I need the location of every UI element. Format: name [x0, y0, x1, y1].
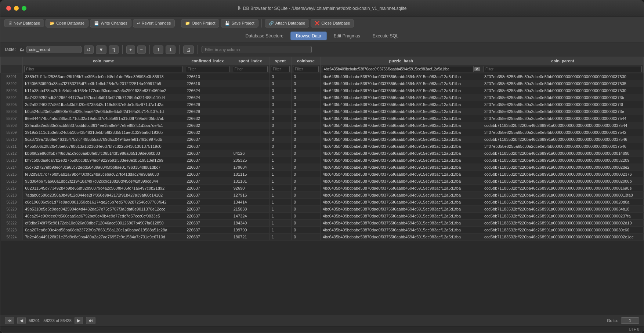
- spent-index-cell[interactable]: 147324: [231, 213, 269, 220]
- spent-index-cell[interactable]: 181115: [231, 171, 269, 178]
- rownum-cell[interactable]: 58216: [1, 178, 23, 185]
- coin-name-cell[interactable]: fe32d9afc7c776fbf5ab1a79bc4f0c0fc24ba3ce…: [23, 171, 184, 178]
- coinbase-cell[interactable]: 0: [292, 234, 321, 241]
- confirmed-index-cell[interactable]: 226610: [184, 73, 231, 80]
- spent-index-cell[interactable]: [231, 94, 269, 101]
- confirmed-index-cell[interactable]: 226632: [184, 122, 231, 129]
- rownum-cell[interactable]: 58222: [1, 220, 23, 227]
- coin-parent-cell[interactable]: 3ff07eb358e8255a65c30a2dce0e5fbb00000000…: [482, 129, 643, 136]
- spent-cell[interactable]: 0: [269, 143, 291, 150]
- filter-button[interactable]: ▼: [96, 45, 106, 54]
- coinbase-cell[interactable]: 0: [292, 206, 321, 213]
- spent-cell[interactable]: 1: [269, 171, 291, 178]
- next-page-button[interactable]: ▶: [75, 317, 83, 324]
- puzzle-hash-cell[interactable]: 4bc6435b409bcbabe53870dae0f03755f6aabb45…: [320, 213, 482, 220]
- spent-index-cell[interactable]: [231, 129, 269, 136]
- confirmed-index-cell[interactable]: 226637: [184, 192, 231, 199]
- filter-coinbase[interactable]: [292, 65, 321, 73]
- spent-index-cell[interactable]: [231, 87, 269, 94]
- rownum-cell[interactable]: 58215: [1, 171, 23, 178]
- table-row[interactable]: 582247b2e46a449128lf21e25d9c8c9ba489a2a2…: [1, 234, 644, 241]
- revert-changes-button[interactable]: ↩ Revert Changes: [133, 19, 175, 28]
- coin-parent-cell[interactable]: 3ff07eb358e8255a65c30a2dce0e5fbb00000000…: [482, 108, 643, 115]
- puzzle-hash-cell[interactable]: 4bc6435b409bcbabe53870dae0f03755f6aabb45…: [320, 234, 482, 241]
- coin-name-cell[interactable]: 49b5310e5e5c9dec0425904d4d4432da57e75c57…: [23, 206, 184, 213]
- puzzle-hash-cell[interactable]: 4bc6435b409bcbabe53870dae0f03755f6aabb45…: [320, 143, 482, 150]
- puzzle-hash-cell[interactable]: 4bc6435b409bcbabe53870dae0f03755f6aabb45…: [320, 220, 482, 227]
- confirmed-index-cell[interactable]: 226629: [184, 108, 231, 115]
- confirmed-index-cell[interactable]: 226637: [184, 157, 231, 164]
- spent-index-cell[interactable]: [231, 115, 269, 122]
- rownum-cell[interactable]: 58214: [1, 164, 23, 171]
- confirmed-index-cell[interactable]: 226637: [184, 199, 231, 206]
- table-row[interactable]: 582093919a2111c1b3e8b24dbb1054354831de5b…: [1, 129, 644, 136]
- coin-name-cell[interactable]: 93d084b675a660a1dbc2f219418af497c02cc9c1…: [23, 178, 184, 185]
- spent-cell[interactable]: 1: [269, 199, 291, 206]
- coin-name-cell[interactable]: 9ca3739a7186fed463154752lc4495655a8789df…: [23, 136, 184, 143]
- table-row[interactable]: 5820832facdfa2ed533e2acb58837aabfdbc3614…: [1, 122, 644, 129]
- puzzle-hash-cell[interactable]: 4bc6435b409bcbabe53870dae0f03755f6aabb45…: [320, 164, 482, 171]
- spent-index-cell[interactable]: 179684: [231, 164, 269, 171]
- spent-index-cell[interactable]: 199790: [231, 227, 269, 234]
- puzzle-hash-cell[interactable]: 4bc6435b409bcbabe53870dae0f03755f6aabb45…: [320, 136, 482, 143]
- coin-parent-cell[interactable]: ccd5bb71183532bff220ba46c268991a00000000…: [482, 150, 643, 157]
- coin-parent-cell[interactable]: 3ff07eb358e8255a65c30a2dce0e5fbb00000000…: [482, 101, 643, 108]
- close-button[interactable]: [6, 6, 11, 11]
- rownum-cell[interactable]: 58218: [1, 192, 23, 199]
- coinbase-cell[interactable]: 0: [292, 192, 321, 199]
- rownum-cell[interactable]: 58224: [1, 234, 23, 241]
- spent-index-cell[interactable]: 127916: [231, 192, 269, 199]
- coinbase-cell[interactable]: 0: [292, 87, 321, 94]
- filter-coin-parent[interactable]: [482, 65, 643, 73]
- coin-name-cell[interactable]: b0c524dc20e0ca6690fe75c829cfead642e06dc6…: [23, 108, 184, 115]
- coin-parent-cell[interactable]: ccd5bb71183532bff220ba46c268991a00000000…: [482, 178, 643, 185]
- puzzle-hash-cell[interactable]: 4bc6435b409bcbabe53870dae0f03755f6aabb45…: [320, 87, 482, 94]
- coin-parent-cell[interactable]: ccd5bb71183532bff220ba46c268991a00000000…: [482, 199, 643, 206]
- confirmed-index-cell[interactable]: 226632: [184, 129, 231, 136]
- confirmed-index-cell[interactable]: 226637: [184, 150, 231, 157]
- coin-name-cell[interactable]: 7b2e46a449128lf21e25d9c8c9ba489a2a27ad76…: [23, 234, 184, 241]
- rownum-cell[interactable]: 58210: [1, 136, 23, 143]
- filter-coin-name[interactable]: [23, 65, 184, 73]
- spent-cell[interactable]: 0: [269, 129, 291, 136]
- filter-coinbase-input[interactable]: [293, 66, 319, 72]
- table-row[interactable]: 5822049b5310e5e5c9dec0425904d4d4432da57e…: [1, 206, 644, 213]
- save-project-button[interactable]: 💾 Save Project: [221, 19, 258, 28]
- coin-parent-cell[interactable]: 3ff07eb358e8255a65c30a2dce0e5fbb00000000…: [482, 87, 643, 94]
- rownum-cell[interactable]: 58205: [1, 101, 23, 108]
- spent-index-cell[interactable]: 215838: [231, 206, 269, 213]
- confirmed-index-cell[interactable]: 226637: [184, 227, 231, 234]
- coin-parent-cell[interactable]: ccd5bb71183532bff220ba46c268991a00000000…: [482, 206, 643, 213]
- coin-name-cell[interactable]: bff7c508daafcaf7b2e027b5d8bc0b594ed49229…: [23, 157, 184, 164]
- spent-index-cell[interactable]: [231, 73, 269, 80]
- coin-parent-cell[interactable]: 3ff07eb358e8255a65c30a2dce0e5fbb00000000…: [482, 115, 643, 122]
- confirmed-index-cell[interactable]: 226637: [184, 143, 231, 150]
- table-row[interactable]: 58222ef3dba749f7f5c98172ab10e026a03dbe71…: [1, 220, 644, 227]
- spent-cell[interactable]: 0: [269, 94, 291, 101]
- coinbase-cell[interactable]: 0: [292, 178, 321, 185]
- rownum-cell[interactable]: 58202: [1, 80, 23, 87]
- coinbase-cell[interactable]: 0: [292, 122, 321, 129]
- rownum-cell[interactable]: 58206: [1, 108, 23, 115]
- coin-name-cell[interactable]: ff6e844474bc4a5d289ad171dc32a19a5d37c4c8…: [23, 115, 184, 122]
- coin-parent-cell[interactable]: ccd5bb71183532bff220ba46c268991a00000000…: [482, 220, 643, 227]
- confirmed-index-cell[interactable]: 226637: [184, 178, 231, 185]
- coinbase-cell[interactable]: 0: [292, 143, 321, 150]
- table-row[interactable]: 5821693d084b675a660a1dbc2f219418af497c02…: [1, 178, 644, 185]
- table-row[interactable]: 582116455f506c2f82f5435e86760613a16236d4…: [1, 143, 644, 150]
- spent-cell[interactable]: 0: [269, 115, 291, 122]
- spent-index-cell[interactable]: [231, 80, 269, 87]
- spent-cell[interactable]: 1: [269, 157, 291, 164]
- puzzle-hash-cell[interactable]: 4bc6435b409bcbabe53870dae0f03755f6aabb45…: [320, 185, 482, 192]
- spent-index-cell[interactable]: [231, 108, 269, 115]
- coin-parent-cell[interactable]: ccd5bb71183532bff220ba46c268991a00000000…: [482, 171, 643, 178]
- coin-name-cell[interactable]: 338947d11af25363aee28f198b7be395cde0cd48…: [23, 73, 184, 80]
- table-row[interactable]: 5822146ca294e96fdee0fd560caa9ad6792bef8c…: [1, 213, 644, 220]
- tab-database-structure[interactable]: Database Structure: [240, 32, 289, 40]
- spent-cell[interactable]: 0: [269, 73, 291, 80]
- spent-cell[interactable]: 1: [269, 220, 291, 227]
- rownum-cell[interactable]: 58209: [1, 129, 23, 136]
- coinbase-cell[interactable]: 0: [292, 185, 321, 192]
- goto-input[interactable]: [621, 317, 639, 324]
- col-header-coinbase[interactable]: coinbase: [292, 57, 321, 65]
